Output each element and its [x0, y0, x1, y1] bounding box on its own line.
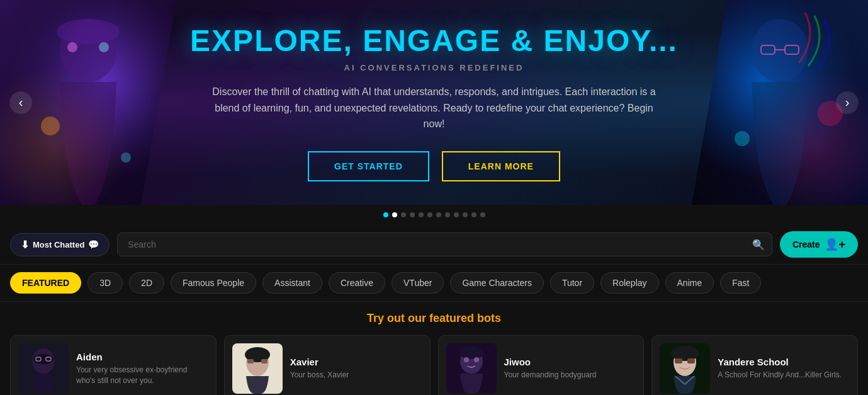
- svg-point-8: [752, 19, 808, 82]
- create-label: Create: [792, 239, 820, 249]
- hero-section: ‹ EXPLORE, ENGAGE & ENJOY... AI CONVERSA…: [0, 0, 868, 205]
- bot-desc-jiwoo: Your demanding bodyguard: [504, 370, 597, 381]
- bot-name-jiwoo: Jiwoo: [504, 357, 597, 367]
- svg-rect-10: [785, 45, 799, 54]
- svg-point-16: [33, 354, 54, 364]
- svg-point-3: [67, 42, 77, 52]
- bot-name-yandere: Yandere School: [718, 357, 842, 367]
- svg-point-13: [735, 131, 750, 146]
- dot-11[interactable]: [480, 212, 485, 217]
- hero-subtitle: AI CONVERSATIONS REDEFINED: [190, 63, 678, 72]
- toolbar: ⬇ Most Chatted 💬 🔍 Create 👤+: [0, 225, 868, 265]
- category-tab-tutor[interactable]: Tutor: [550, 272, 594, 294]
- svg-point-31: [671, 346, 699, 361]
- svg-point-4: [99, 42, 109, 52]
- dot-1[interactable]: [392, 212, 397, 217]
- hero-prev-arrow[interactable]: ‹: [9, 91, 32, 114]
- category-tab-creative[interactable]: Creative: [329, 272, 385, 294]
- category-tab-featured[interactable]: FEATURED: [10, 272, 81, 294]
- bot-avatar-yandere: [660, 343, 710, 394]
- bot-info-yandere: Yandere School A School For Kindly And..…: [718, 357, 842, 381]
- sort-icon: ⬇: [21, 239, 29, 251]
- bot-avatar-jiwoo: [446, 343, 497, 394]
- bot-info-aiden: Aiden Your very obsessive ex-boyfriend w…: [76, 352, 208, 386]
- hero-dot-indicators: [0, 205, 868, 225]
- bot-name-xavier: Xavier: [290, 357, 349, 367]
- bot-desc-xavier: Your boss, Xavier: [290, 370, 349, 381]
- svg-point-2: [57, 19, 120, 44]
- bot-card-aiden[interactable]: Aiden Your very obsessive ex-boyfriend w…: [10, 335, 217, 395]
- svg-rect-32: [675, 358, 682, 364]
- bot-card-jiwoo[interactable]: Jiwoo Your demanding bodyguard: [438, 335, 645, 395]
- dot-2[interactable]: [401, 212, 406, 217]
- svg-rect-22: [247, 359, 254, 364]
- create-button[interactable]: Create 👤+: [780, 231, 858, 258]
- bot-desc-yandere: A School For Kindly And...Killer Girls.: [718, 370, 842, 381]
- search-icon-button[interactable]: 🔍: [752, 239, 765, 251]
- hero-next-arrow[interactable]: ›: [836, 91, 859, 114]
- add-user-icon: 👤+: [825, 238, 845, 251]
- category-tab-fast[interactable]: Fast: [720, 272, 761, 294]
- hero-buttons: GET STARTED LEARN MORE: [190, 151, 678, 181]
- bot-avatar-aiden: [18, 343, 69, 394]
- search-icon: 🔍: [752, 239, 765, 250]
- category-tabs: FEATURED3D2DFamous PeopleAssistantCreati…: [0, 265, 868, 302]
- chevron-right-icon: ›: [845, 95, 850, 110]
- hero-description: Discover the thrill of chatting with AI …: [208, 84, 661, 132]
- bot-card-yandere[interactable]: Yandere School A School For Kindly And..…: [651, 335, 858, 395]
- bot-desc-aiden: Your very obsessive ex-boyfriend who's s…: [76, 365, 208, 386]
- bot-cards-container: Aiden Your very obsessive ex-boyfriend w…: [10, 335, 858, 395]
- search-container: 🔍: [117, 232, 772, 256]
- featured-section: Try out our featured bots Aiden Your ver…: [0, 302, 868, 395]
- category-tab-roleplay[interactable]: Roleplay: [600, 272, 658, 294]
- bot-card-xavier[interactable]: Xavier Your boss, Xavier: [224, 335, 431, 395]
- svg-point-27: [464, 357, 469, 362]
- svg-point-28: [474, 357, 479, 362]
- dot-4[interactable]: [419, 212, 424, 217]
- featured-title: Try out our featured bots: [10, 312, 858, 325]
- category-tab-assistant[interactable]: Assistant: [262, 272, 322, 294]
- category-tab-famous-people[interactable]: Famous People: [171, 272, 256, 294]
- hero-content: EXPLORE, ENGAGE & ENJOY... AI CONVERSATI…: [178, 23, 690, 181]
- dot-10[interactable]: [471, 212, 476, 217]
- dot-5[interactable]: [427, 212, 432, 217]
- svg-point-26: [459, 346, 484, 359]
- svg-point-5: [41, 117, 60, 135]
- most-chatted-label: Most Chatted: [33, 240, 84, 249]
- category-tab-2d[interactable]: 2D: [129, 272, 164, 294]
- most-chatted-button[interactable]: ⬇ Most Chatted 💬: [10, 233, 110, 256]
- bot-info-jiwoo: Jiwoo Your demanding bodyguard: [504, 357, 597, 381]
- dot-0[interactable]: [383, 212, 388, 217]
- svg-rect-9: [761, 45, 775, 54]
- learn-more-button[interactable]: LEARN MORE: [442, 151, 560, 181]
- category-tab-game-characters[interactable]: Game Characters: [450, 272, 543, 294]
- dot-6[interactable]: [436, 212, 441, 217]
- bot-info-xavier: Xavier Your boss, Xavier: [290, 357, 349, 381]
- category-tab-3d[interactable]: 3D: [87, 272, 123, 294]
- search-input[interactable]: [117, 232, 772, 256]
- dot-3[interactable]: [410, 212, 415, 217]
- svg-point-1: [60, 19, 116, 82]
- chat-icon: 💬: [88, 239, 99, 249]
- hero-title: EXPLORE, ENGAGE & ENJOY...: [190, 23, 678, 58]
- svg-rect-23: [261, 359, 268, 364]
- category-tab-anime[interactable]: Anime: [665, 272, 714, 294]
- dot-8[interactable]: [454, 212, 459, 217]
- bot-name-aiden: Aiden: [76, 352, 208, 362]
- dot-7[interactable]: [445, 212, 450, 217]
- bot-avatar-xavier: [232, 343, 283, 394]
- category-tab-vtuber[interactable]: VTuber: [392, 272, 444, 294]
- get-started-button[interactable]: GET STARTED: [308, 151, 429, 181]
- dot-9[interactable]: [463, 212, 468, 217]
- svg-rect-33: [687, 358, 695, 364]
- chevron-left-icon: ‹: [19, 95, 23, 110]
- svg-point-6: [121, 152, 131, 163]
